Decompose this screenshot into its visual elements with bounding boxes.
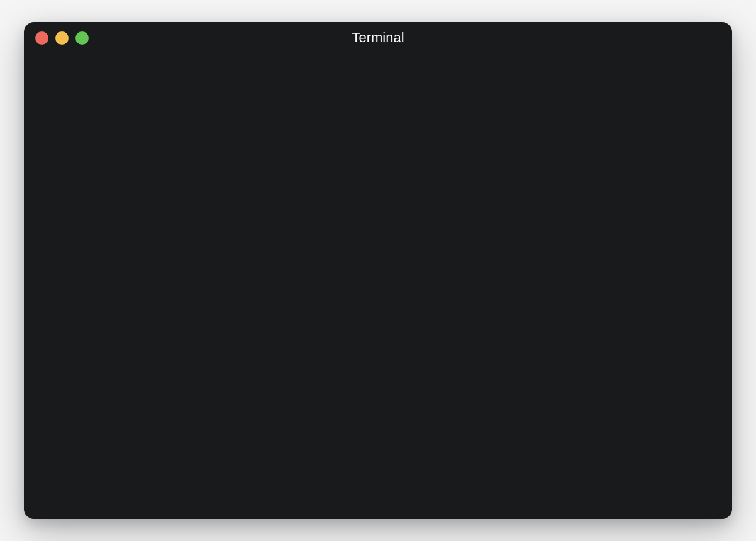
terminal-window: Terminal [24,22,732,519]
close-button[interactable] [35,31,48,45]
terminal-body[interactable] [24,53,732,519]
traffic-lights [35,31,89,45]
minimize-button[interactable] [55,31,69,45]
maximize-button[interactable] [75,31,89,45]
window-title: Terminal [352,30,404,46]
titlebar[interactable]: Terminal [24,22,732,53]
